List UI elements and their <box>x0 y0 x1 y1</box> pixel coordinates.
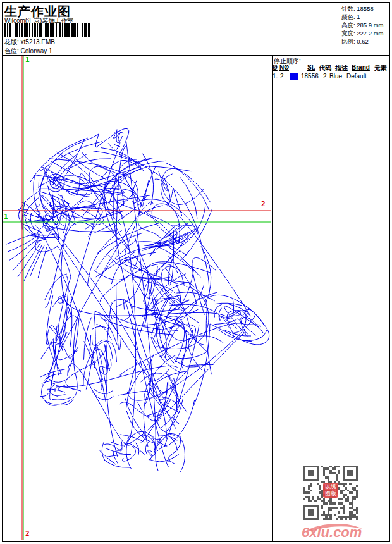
col-swatch <box>293 64 300 71</box>
col-needle: NØ <box>279 64 289 71</box>
start-marker-top: 1 <box>25 56 30 63</box>
qr-center-seal: 以绣图版 <box>323 483 338 498</box>
start-marker-left: 1 <box>4 213 8 220</box>
embroidery-design-canvas <box>3 56 272 541</box>
col-code: 代码 <box>319 64 331 73</box>
design-summary: 针数: 18558 颜色: 1 高度: 285.9 mm 宽度: 227.2 m… <box>338 3 389 55</box>
design-file-label: 花版: <box>4 39 19 46</box>
design-file-value: xt5213.EMB <box>21 39 55 46</box>
col-brand: Brand <box>352 64 370 71</box>
row-needle: 2 <box>280 73 284 80</box>
row-description: Blue <box>329 73 342 80</box>
col-elements: 元素 <box>374 64 387 73</box>
watermark-site: 6xiu.com <box>302 524 362 541</box>
stitch-count-row: 针数: 18558 <box>341 4 389 13</box>
main-divider <box>272 56 273 541</box>
table-bottom-rule <box>273 83 389 83</box>
colorway-label: 色位: <box>4 47 19 54</box>
tiger-stitch-scribbles <box>18 130 267 468</box>
row-brand: Default <box>346 73 367 80</box>
end-marker-bottom: 2 <box>25 530 30 537</box>
row-code: 2 <box>323 73 327 80</box>
width-row: 宽度: 227.2 mm <box>341 29 389 37</box>
row-stitches: 18556 <box>301 73 319 80</box>
barcode <box>4 23 92 37</box>
thread-color-swatch <box>290 73 298 80</box>
production-worksheet: 生产作业图 Wilcom(汇京)装饰工作室 花版: xt5213.EMB 色位:… <box>0 0 392 544</box>
height-row: 高度: 285.9 mm <box>341 21 389 29</box>
design-file-row: 花版: xt5213.EMB <box>4 38 55 47</box>
watermark: 6xiu.com <box>300 521 365 542</box>
col-description: 描述 <box>335 64 348 73</box>
col-stitches: St. <box>307 64 315 71</box>
col-stop: Ø <box>273 64 278 71</box>
scale-row: 比例: 0.62 <box>341 37 389 46</box>
color-count-row: 颜色: 1 <box>341 13 389 21</box>
end-marker-right: 2 <box>261 201 266 207</box>
row-seq: 1. <box>273 73 278 80</box>
colorway-value: Colorway 1 <box>21 47 52 54</box>
tiger-whiskers <box>6 233 47 281</box>
colorway-row: 色位: Colorway 1 <box>4 47 52 56</box>
